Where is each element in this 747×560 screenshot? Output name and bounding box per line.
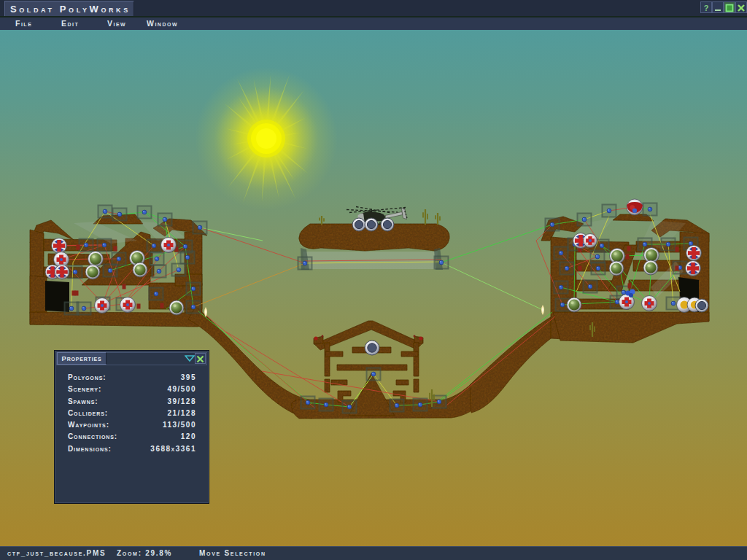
svg-text:?: ? bbox=[704, 4, 709, 12]
